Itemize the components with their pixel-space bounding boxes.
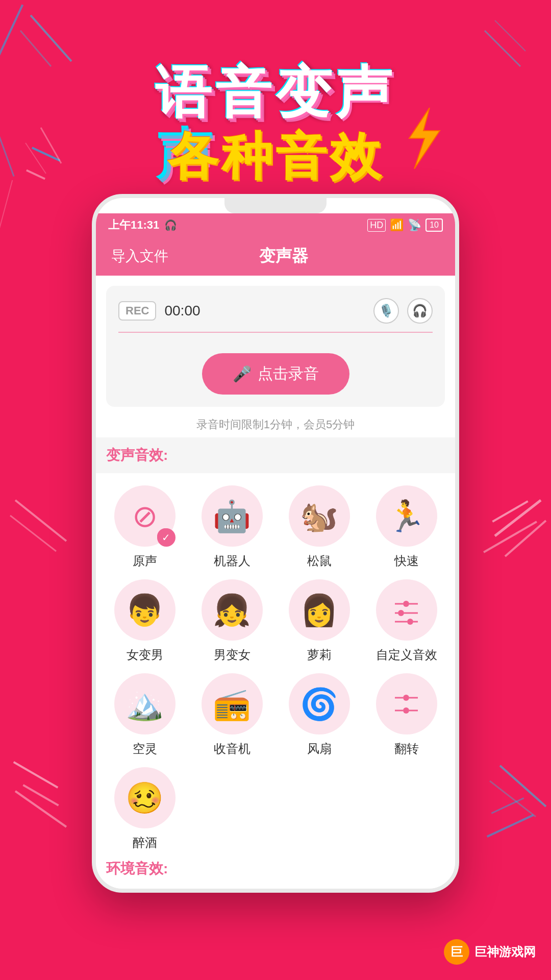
effect-item-female-to-male[interactable]: 👦 女变男 [106,579,183,663]
effect-label-fan: 风扇 [307,741,332,757]
svg-line-8 [15,500,66,541]
sliders-svg [390,594,423,627]
effects-grid: ⊘ ✓ 原声 🤖 机器人 🐿️ 松鼠 [106,473,445,851]
app-topbar: 导入文件 变声器 [96,237,455,276]
import-button[interactable]: 导入文件 [111,247,168,266]
effect-label-molly: 萝莉 [307,647,332,663]
effect-icon-ethereal: 🏔️ [114,673,176,734]
signal-icon: 📶 [390,218,404,232]
svg-line-9 [10,516,56,551]
rec-icons: 🎙️ 🎧 [373,298,433,324]
effect-icon-fast: 🏃 [376,485,437,547]
effect-item-molly[interactable]: 👩 萝莉 [281,579,358,663]
effect-icon-robot: 🤖 [202,485,263,547]
effect-icon-radio: 📻 [202,673,263,734]
app-title: 变声器 [259,245,308,267]
effect-label-radio: 收音机 [214,741,251,757]
record-button-label: 点击录音 [258,363,319,384]
title-line1: 语音变声 [155,61,396,123]
env-effects-label: 环境音效: [106,851,445,878]
site-name: 巨神游戏网 [474,944,536,960]
headphone-icon: 🎧 [164,219,177,231]
effect-label-drunk: 醉酒 [133,835,157,851]
effect-icon-original: ⊘ ✓ [114,485,176,547]
effect-icon-molly: 👩 [289,579,350,641]
effect-label-fast: 快速 [394,553,419,569]
mic-icon-btn[interactable]: 🎙️ [373,298,399,324]
effect-item-custom[interactable]: 自定义音效 [368,579,445,663]
title-line2: 各种音效 [167,128,384,184]
rec-time: 00:00 [164,303,365,319]
effect-icon-custom [376,579,437,641]
svg-point-26 [403,707,409,714]
recording-area: REC 00:00 🎙️ 🎧 🎤 点击录音 [106,286,445,407]
status-time: 上午11:31 [108,217,159,233]
status-bar: 上午11:31 🎧 HD 📶 📡 10 [96,213,455,237]
effect-item-drunk[interactable]: 🥴 醉酒 [106,767,183,851]
effect-label-squirrel: 松鼠 [307,553,332,569]
effect-item-male-to-female[interactable]: 👧 男变女 [193,579,270,663]
site-logo: 巨 [444,939,469,965]
flip-svg [390,688,423,721]
record-button[interactable]: 🎤 点击录音 [202,353,349,395]
effect-icon-drunk: 🥴 [114,767,176,828]
site-watermark: 巨 巨神游戏网 [444,939,536,965]
record-hint: 录音时间限制1分钟，会员5分钟 [96,417,455,437]
status-left: 上午11:31 🎧 [108,217,177,233]
hd-badge: HD [367,219,386,232]
battery-icon: 10 [425,218,443,232]
mic-icon: 🎤 [233,365,252,383]
effects-section: 变声音效: ⊘ ✓ 原声 🤖 机器人 🐿️ [96,437,455,889]
effect-label-original: 原声 [133,553,157,569]
svg-line-12 [15,791,66,827]
effect-icon-female-to-male: 👦 [114,579,176,641]
effect-label-female-to-male: 女变男 [127,647,163,663]
effect-item-flip[interactable]: 翻转 [368,673,445,757]
effect-label-flip: 翻转 [394,741,419,757]
effect-icon-fan: 🌀 [289,673,350,734]
effect-label-ethereal: 空灵 [133,741,157,757]
status-right: HD 📶 📡 10 [367,218,443,232]
rec-header: REC 00:00 🎙️ 🎧 [118,298,433,324]
effect-icon-male-to-female: 👧 [202,579,263,641]
phone-mockup: 上午11:31 🎧 HD 📶 📡 10 导入文件 变声器 REC 00:00 🎙… [92,194,459,893]
effect-item-fast[interactable]: 🏃 快速 [368,485,445,569]
effect-item-radio[interactable]: 📻 收音机 [193,673,270,757]
lightning-icon [399,108,445,169]
effect-label-robot: 机器人 [214,553,251,569]
svg-point-20 [407,619,413,625]
effect-icon-flip [376,673,437,734]
effect-item-robot[interactable]: 🤖 机器人 [193,485,270,569]
svg-point-23 [403,695,409,701]
effect-icon-squirrel: 🐿️ [289,485,350,547]
effects-label: 变声音效: [96,437,455,473]
headphone-icon-btn[interactable]: 🎧 [407,298,433,324]
phone-notch [224,198,327,213]
effect-item-fan[interactable]: 🌀 风扇 [281,673,358,757]
wifi-icon: 📡 [408,218,421,232]
effect-item-squirrel[interactable]: 🐿️ 松鼠 [281,485,358,569]
svg-line-7 [505,521,546,556]
rec-divider [118,332,433,333]
svg-marker-13 [409,108,440,169]
svg-line-11 [490,781,536,817]
svg-point-14 [403,601,409,607]
svg-point-17 [398,610,404,616]
effect-item-original[interactable]: ⊘ ✓ 原声 [106,485,183,569]
svg-line-10 [500,766,546,806]
rec-badge: REC [118,301,156,321]
svg-line-6 [495,500,541,536]
effect-label-custom: 自定义音效 [376,647,437,663]
effect-item-ethereal[interactable]: 🏔️ 空灵 [106,673,183,757]
effect-label-male-to-female: 男变女 [214,647,251,663]
